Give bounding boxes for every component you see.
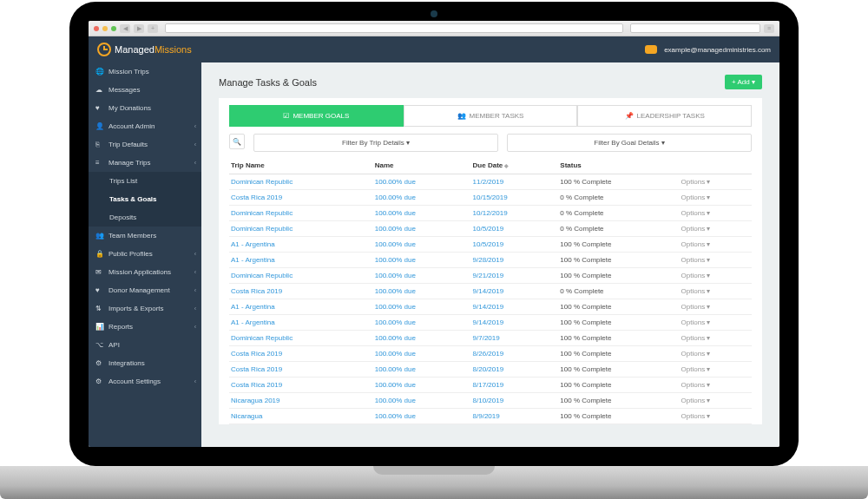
trip-link[interactable]: Dominican Republic bbox=[231, 272, 293, 279]
filter-goal-details[interactable]: Filter By Goal Details ▾ bbox=[507, 134, 752, 152]
filter-trip-details[interactable]: Filter By Trip Details ▾ bbox=[253, 134, 498, 152]
due-cell[interactable]: 10/5/2019 bbox=[471, 221, 559, 237]
name-cell[interactable]: 100.00% due bbox=[373, 331, 471, 346]
sidebar-item[interactable]: ⚙Integrations bbox=[89, 354, 201, 372]
due-cell[interactable]: 10/5/2019 bbox=[471, 237, 559, 253]
trip-link[interactable]: Dominican Republic bbox=[231, 178, 293, 186]
sidebar-item[interactable]: ⎘Trip Defaults‹ bbox=[89, 135, 201, 154]
trip-link[interactable]: Dominican Republic bbox=[231, 209, 293, 217]
options-button[interactable]: Options ▾ bbox=[680, 393, 752, 409]
due-cell[interactable]: 9/14/2019 bbox=[471, 299, 559, 315]
tab[interactable]: ☑MEMBER GOALS bbox=[229, 105, 404, 127]
sidebar-item[interactable]: ✉Mission Applications‹ bbox=[89, 263, 201, 281]
sidebar-item[interactable]: ≡Manage Trips‹ bbox=[89, 154, 201, 172]
name-cell[interactable]: 100.00% due bbox=[373, 299, 471, 315]
name-cell[interactable]: 100.00% due bbox=[373, 346, 471, 362]
app-logo[interactable]: ManagedMissions bbox=[97, 43, 192, 56]
sidebar-item[interactable]: ♥Donor Management‹ bbox=[89, 281, 201, 299]
sidebar-item[interactable]: ⚙Account Settings‹ bbox=[89, 372, 201, 391]
options-button[interactable]: Options ▾ bbox=[680, 409, 752, 424]
options-button[interactable]: Options ▾ bbox=[680, 190, 752, 206]
browser-search[interactable] bbox=[630, 23, 760, 33]
due-cell[interactable]: 11/2/2019 bbox=[471, 174, 559, 190]
col-status[interactable]: Status bbox=[558, 157, 679, 174]
due-cell[interactable]: 10/12/2019 bbox=[471, 206, 559, 221]
add-button[interactable]: + Add ▾ bbox=[725, 75, 762, 89]
options-button[interactable]: Options ▾ bbox=[680, 378, 752, 393]
due-cell[interactable]: 9/21/2019 bbox=[471, 268, 559, 284]
sidebar-item[interactable]: Deposits bbox=[89, 208, 201, 227]
tab[interactable]: 👥MEMBER TASKS bbox=[404, 105, 578, 127]
browser-menu-button[interactable]: ≡ bbox=[764, 24, 774, 33]
trip-link[interactable]: A1 - Argentina bbox=[231, 256, 275, 264]
sidebar-item[interactable]: 📊Reports‹ bbox=[89, 318, 201, 336]
name-cell[interactable]: 100.00% due bbox=[373, 253, 471, 268]
options-button[interactable]: Options ▾ bbox=[680, 331, 752, 346]
options-button[interactable]: Options ▾ bbox=[680, 315, 752, 331]
name-cell[interactable]: 100.00% due bbox=[373, 237, 471, 253]
due-cell[interactable]: 8/26/2019 bbox=[471, 346, 559, 362]
sidebar-item[interactable]: 🔒Public Profiles‹ bbox=[89, 245, 201, 263]
due-cell[interactable]: 8/9/2019 bbox=[471, 409, 559, 424]
user-email[interactable]: example@managedministries.com bbox=[664, 46, 771, 54]
trip-link[interactable]: A1 - Argentina bbox=[231, 318, 275, 326]
col-due[interactable]: Due Date◆ bbox=[471, 157, 559, 174]
name-cell[interactable]: 100.00% due bbox=[373, 393, 471, 409]
due-cell[interactable]: 9/14/2019 bbox=[471, 284, 559, 299]
trip-link[interactable]: Costa Rica 2019 bbox=[231, 350, 282, 358]
close-window-icon[interactable] bbox=[94, 26, 99, 31]
sidebar-item[interactable]: ♥My Donations bbox=[89, 99, 201, 117]
trip-link[interactable]: Costa Rica 2019 bbox=[231, 381, 282, 389]
chat-icon[interactable] bbox=[645, 45, 657, 54]
name-cell[interactable]: 100.00% due bbox=[373, 409, 471, 424]
address-bar[interactable] bbox=[165, 23, 623, 33]
due-cell[interactable]: 8/17/2019 bbox=[471, 378, 559, 393]
sidebar-item[interactable]: Trips List bbox=[89, 172, 201, 190]
tab[interactable]: 📌LEADERSHIP TASKS bbox=[577, 105, 752, 127]
options-button[interactable]: Options ▾ bbox=[680, 237, 752, 253]
trip-link[interactable]: Nicaragua bbox=[231, 412, 262, 420]
options-button[interactable]: Options ▾ bbox=[680, 299, 752, 315]
maximize-window-icon[interactable] bbox=[111, 26, 116, 31]
minimize-window-icon[interactable] bbox=[102, 26, 108, 31]
name-cell[interactable]: 100.00% due bbox=[373, 362, 471, 378]
due-cell[interactable]: 10/15/2019 bbox=[471, 190, 559, 206]
col-trip[interactable]: Trip Name bbox=[229, 157, 373, 174]
trip-link[interactable]: A1 - Argentina bbox=[231, 303, 275, 311]
name-cell[interactable]: 100.00% due bbox=[373, 221, 471, 237]
trip-link[interactable]: Nicaragua 2019 bbox=[231, 397, 279, 404]
browser-forward-button[interactable]: ▶ bbox=[134, 24, 144, 33]
options-button[interactable]: Options ▾ bbox=[680, 206, 752, 221]
sidebar-item[interactable]: ☁Messages bbox=[89, 81, 201, 99]
name-cell[interactable]: 100.00% due bbox=[373, 174, 471, 190]
trip-link[interactable]: Dominican Republic bbox=[231, 334, 293, 342]
options-button[interactable]: Options ▾ bbox=[680, 268, 752, 284]
name-cell[interactable]: 100.00% due bbox=[373, 315, 471, 331]
sidebar-item[interactable]: Tasks & Goals bbox=[89, 190, 201, 208]
options-button[interactable]: Options ▾ bbox=[680, 174, 752, 190]
due-cell[interactable]: 9/14/2019 bbox=[471, 315, 559, 331]
due-cell[interactable]: 9/28/2019 bbox=[471, 253, 559, 268]
browser-add-button[interactable]: + bbox=[148, 24, 158, 33]
name-cell[interactable]: 100.00% due bbox=[373, 284, 471, 299]
sidebar-item[interactable]: ⌥API bbox=[89, 336, 201, 354]
name-cell[interactable]: 100.00% due bbox=[373, 206, 471, 221]
sidebar-item[interactable]: ⇅Imports & Exports‹ bbox=[89, 299, 201, 318]
trip-link[interactable]: Dominican Republic bbox=[231, 225, 293, 233]
trip-link[interactable]: A1 - Argentina bbox=[231, 240, 275, 248]
col-name[interactable]: Name bbox=[373, 157, 471, 174]
trip-link[interactable]: Costa Rica 2019 bbox=[231, 194, 282, 201]
options-button[interactable]: Options ▾ bbox=[680, 284, 752, 299]
options-button[interactable]: Options ▾ bbox=[680, 346, 752, 362]
due-cell[interactable]: 8/20/2019 bbox=[471, 362, 559, 378]
sidebar-item[interactable]: 🌐Mission Trips bbox=[89, 62, 201, 81]
due-cell[interactable]: 8/10/2019 bbox=[471, 393, 559, 409]
name-cell[interactable]: 100.00% due bbox=[373, 378, 471, 393]
sidebar-item[interactable]: 👥Team Members bbox=[89, 227, 201, 245]
options-button[interactable]: Options ▾ bbox=[680, 221, 752, 237]
due-cell[interactable]: 9/7/2019 bbox=[471, 331, 559, 346]
name-cell[interactable]: 100.00% due bbox=[373, 190, 471, 206]
browser-back-button[interactable]: ◀ bbox=[120, 24, 130, 33]
trip-link[interactable]: Costa Rica 2019 bbox=[231, 365, 282, 373]
search-filter-button[interactable]: 🔍 bbox=[229, 134, 245, 149]
